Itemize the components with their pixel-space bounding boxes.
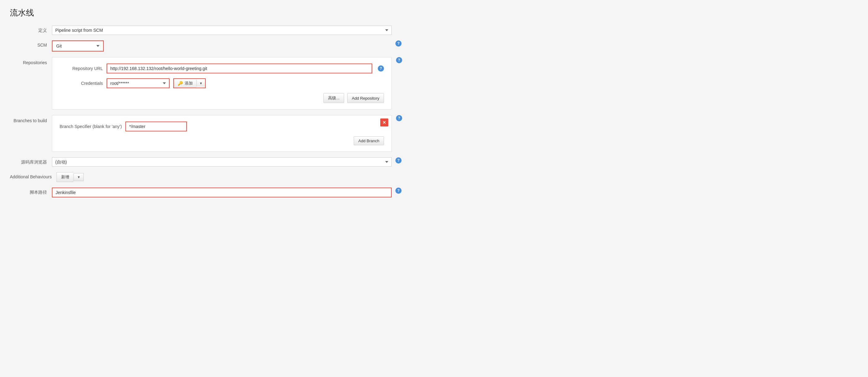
add-branch-button[interactable]: Add Branch bbox=[354, 136, 384, 145]
repo-url-label: Repository URL bbox=[60, 66, 103, 71]
delete-branch-button[interactable]: ✕ bbox=[380, 118, 388, 127]
branch-specifier-label: Branch Specifier (blank for 'any') bbox=[60, 124, 122, 129]
script-path-label: 脚本路径 bbox=[10, 187, 47, 195]
credentials-select-box: root/****** - none - bbox=[106, 78, 169, 88]
branches-block-inner: ✕ Branch Specifier (blank for 'any') Add… bbox=[52, 115, 392, 152]
credentials-select[interactable]: root/****** - none - bbox=[107, 79, 169, 88]
repo-url-box bbox=[106, 64, 372, 73]
add-repository-button[interactable]: Add Repository bbox=[347, 93, 384, 103]
additional-behaviours-control: 新增 ▼ bbox=[57, 172, 858, 182]
repositories-block: Repository URL ? Credentials root/****** bbox=[52, 57, 392, 109]
add-credentials-btn-group: 🔑 添加 ▼ bbox=[173, 78, 206, 88]
add-new-dropdown-button[interactable]: ▼ bbox=[73, 173, 84, 181]
credentials-label: Credentials bbox=[60, 81, 103, 86]
add-credentials-dropdown-button[interactable]: ▼ bbox=[196, 80, 205, 87]
branches-block: ✕ Branch Specifier (blank for 'any') Add… bbox=[52, 115, 392, 152]
branch-specifier-input[interactable] bbox=[126, 122, 186, 131]
source-browser-control: (自动) ? bbox=[52, 157, 858, 167]
scm-help-icon[interactable]: ? bbox=[395, 40, 402, 46]
branches-label: Branches to build bbox=[10, 115, 47, 123]
repo-url-help-icon[interactable]: ? bbox=[378, 65, 384, 72]
advanced-button[interactable]: 高级... bbox=[323, 93, 344, 103]
scm-row: SCM None Git Subversion ? bbox=[10, 40, 858, 52]
additional-behaviours-label: Additional Behaviours bbox=[10, 172, 52, 179]
repo-url-input[interactable] bbox=[107, 64, 372, 73]
add-new-main-button[interactable]: 新增 bbox=[57, 172, 73, 182]
add-btn-label: 添加 bbox=[185, 80, 193, 86]
repo-block-inner: Repository URL ? Credentials root/****** bbox=[52, 57, 392, 109]
repo-url-row: Repository URL ? bbox=[60, 64, 384, 73]
script-path-help-icon[interactable]: ? bbox=[395, 187, 402, 194]
credentials-row: Credentials root/****** - none - 🔑 添加 bbox=[60, 78, 384, 88]
source-browser-select[interactable]: (自动) bbox=[52, 157, 392, 167]
repositories-help-icon[interactable]: ? bbox=[396, 57, 402, 63]
source-browser-label: 源码库浏览器 bbox=[10, 157, 47, 165]
additional-behaviours-row: Additional Behaviours 新增 ▼ bbox=[10, 172, 858, 182]
branches-row: Branches to build ✕ Branch Specifier (bl… bbox=[10, 115, 858, 152]
script-path-input[interactable] bbox=[53, 188, 391, 197]
scm-select[interactable]: None Git Subversion bbox=[53, 42, 102, 50]
script-path-box bbox=[52, 187, 392, 198]
repositories-row: Repositories Repository URL ? Credential… bbox=[10, 57, 858, 109]
scm-select-box: None Git Subversion bbox=[52, 40, 104, 52]
source-browser-row: 源码库浏览器 (自动) ? bbox=[10, 157, 858, 167]
definition-label: 定义 bbox=[10, 26, 47, 33]
add-credentials-main-button[interactable]: 🔑 添加 bbox=[174, 79, 196, 88]
page-title: 流水线 bbox=[10, 7, 858, 18]
script-path-row: 脚本路径 ? bbox=[10, 187, 858, 198]
add-new-btn-group: 新增 ▼ bbox=[57, 172, 84, 182]
branches-actions: Add Branch bbox=[60, 136, 384, 145]
script-path-control: ? bbox=[52, 187, 858, 198]
branches-help-icon[interactable]: ? bbox=[396, 115, 402, 121]
branch-specifier-row: Branch Specifier (blank for 'any') bbox=[60, 122, 384, 131]
branch-specifier-box bbox=[125, 122, 187, 131]
definition-select[interactable]: Pipeline script from SCM Pipeline script bbox=[52, 26, 392, 35]
definition-control: Pipeline script from SCM Pipeline script bbox=[52, 26, 858, 35]
key-icon: 🔑 bbox=[178, 81, 183, 86]
repositories-label: Repositories bbox=[10, 57, 47, 65]
scm-control: None Git Subversion ? bbox=[52, 40, 858, 52]
source-browser-help-icon[interactable]: ? bbox=[395, 157, 402, 164]
definition-row: 定义 Pipeline script from SCM Pipeline scr… bbox=[10, 26, 858, 35]
repo-actions: 高级... Add Repository bbox=[60, 93, 384, 103]
scm-label: SCM bbox=[10, 40, 47, 47]
